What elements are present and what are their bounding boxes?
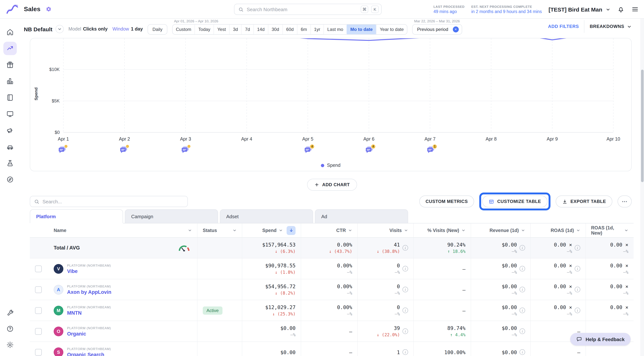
- info-icon[interactable]: i: [402, 287, 408, 292]
- range-7d[interactable]: 7d: [241, 24, 254, 34]
- sidebar-item-gear[interactable]: [3, 338, 16, 352]
- add-chart-button[interactable]: ADD CHART: [307, 179, 357, 191]
- sidebar-item-monitor[interactable]: [3, 107, 16, 121]
- info-icon[interactable]: i: [520, 266, 525, 272]
- info-icon[interactable]: i: [575, 245, 580, 251]
- column-header-ctr[interactable]: CTR: [301, 223, 358, 237]
- platform-link[interactable]: Vibe: [67, 268, 111, 274]
- row-checkbox[interactable]: [35, 286, 42, 293]
- breakdowns-button[interactable]: BREAKDOWNS: [590, 24, 632, 29]
- sidebar-item-home[interactable]: [3, 25, 16, 39]
- customize-table-button[interactable]: CUSTOMIZE TABLE: [482, 196, 547, 207]
- row-checkbox[interactable]: [35, 328, 42, 335]
- info-icon[interactable]: i: [520, 349, 525, 355]
- platform-link[interactable]: Organic Search: [67, 352, 111, 356]
- platform-link[interactable]: Organic: [67, 331, 111, 337]
- chart-annotation-apr-6[interactable]: 4: [365, 146, 374, 153]
- row-checkbox[interactable]: [35, 265, 42, 272]
- sort-desc-button[interactable]: [286, 226, 296, 235]
- workspace-selector[interactable]: [TEST] Bird Eat Man: [548, 6, 610, 12]
- flower-icon[interactable]: [46, 6, 52, 12]
- info-icon[interactable]: i: [520, 245, 525, 251]
- chart-annotation-apr-7[interactable]: 1: [427, 146, 435, 153]
- info-icon[interactable]: i: [402, 266, 408, 272]
- info-icon[interactable]: i: [575, 308, 580, 313]
- help-feedback-button[interactable]: Help & Feedback: [570, 333, 630, 346]
- table-search-input[interactable]: Search...: [30, 196, 188, 207]
- info-icon[interactable]: i: [575, 287, 580, 292]
- sidebar-item-chart[interactable]: [3, 42, 16, 55]
- column-header-spend[interactable]: Spend: [242, 223, 301, 237]
- info-icon[interactable]: i: [575, 266, 580, 272]
- row-checkbox[interactable]: [35, 307, 42, 314]
- tab-campaign[interactable]: Campaign: [125, 209, 218, 223]
- info-icon[interactable]: i: [402, 308, 408, 313]
- sidebar-item-book[interactable]: [3, 91, 16, 104]
- sidebar-item-tools[interactable]: [3, 306, 16, 320]
- notifications-bell-icon[interactable]: [617, 5, 624, 13]
- platform-link[interactable]: MNTN: [67, 310, 111, 316]
- chart-annotation-apr-1[interactable]: [58, 146, 66, 153]
- range-6m[interactable]: 6m: [297, 24, 310, 34]
- info-icon[interactable]: i: [520, 308, 525, 313]
- info-icon[interactable]: i: [520, 287, 525, 292]
- scrollbar-thumb[interactable]: [641, 70, 644, 182]
- help-icon: [6, 325, 14, 333]
- sidebar-item-gift[interactable]: [3, 58, 16, 71]
- add-filters-button[interactable]: ADD FILTERS: [548, 24, 579, 29]
- sidebar-item-flask[interactable]: [3, 156, 16, 170]
- platform-link[interactable]: Axon by AppLovin: [67, 289, 112, 295]
- cell-roasn: 0.00 ×–%: [586, 238, 634, 258]
- clear-compare-icon[interactable]: ×: [453, 26, 458, 32]
- range-3d[interactable]: 3d: [229, 24, 241, 34]
- info-icon[interactable]: i: [402, 245, 408, 251]
- more-options-button[interactable]: ⋯: [618, 196, 632, 207]
- column-header-name[interactable]: Name: [48, 223, 198, 237]
- info-icon[interactable]: i: [520, 329, 525, 334]
- range-custom[interactable]: Custom: [172, 24, 195, 34]
- change-value: –%: [347, 270, 352, 275]
- column-header-roasn[interactable]: ROAS (1d, New): [586, 223, 634, 237]
- range-today[interactable]: Today: [194, 24, 214, 34]
- row-checkbox[interactable]: [35, 349, 42, 356]
- hamburger-menu-icon[interactable]: [631, 5, 639, 13]
- range-60d[interactable]: 60d: [282, 24, 297, 34]
- export-table-button[interactable]: EXPORT TABLE: [556, 196, 612, 207]
- chart-legend[interactable]: Spend: [30, 163, 631, 168]
- column-header-pvn[interactable]: % Visits (New): [414, 223, 471, 237]
- column-header-visits[interactable]: Visits: [358, 223, 414, 237]
- window-setting[interactable]: Window 1 day: [112, 26, 143, 35]
- chevron-down-icon[interactable]: [55, 25, 64, 33]
- tab-platform[interactable]: Platform: [30, 209, 123, 223]
- compare-select[interactable]: Previous period ×: [412, 24, 462, 35]
- chart-annotation-apr-3[interactable]: [181, 146, 189, 153]
- column-header-rev[interactable]: Revenue (1d): [471, 223, 531, 237]
- range-mo-to-date[interactable]: Mo to date: [346, 24, 376, 34]
- range-14d[interactable]: 14d: [254, 24, 268, 34]
- tab-adset[interactable]: Adset: [220, 209, 313, 223]
- column-header-status[interactable]: Status: [198, 223, 242, 237]
- range-last-mo[interactable]: Last mo: [324, 24, 346, 34]
- column-header-roas[interactable]: ROAS (1d): [531, 223, 586, 237]
- sidebar-item-help[interactable]: [3, 322, 16, 336]
- info-icon[interactable]: i: [402, 349, 408, 355]
- sidebar-item-megaphone[interactable]: [3, 124, 16, 137]
- range-30d[interactable]: 30d: [268, 24, 282, 34]
- view-selector[interactable]: NB Default: [24, 25, 64, 35]
- range-year-to-date[interactable]: Year to date: [376, 24, 407, 34]
- tab-ad[interactable]: Ad: [315, 209, 408, 223]
- model-setting[interactable]: Model Clicks only: [68, 26, 108, 35]
- column-label: Spend: [262, 228, 276, 233]
- info-icon[interactable]: i: [402, 329, 408, 334]
- northbeam-logo[interactable]: [6, 4, 19, 14]
- chart-annotation-apr-2[interactable]: [120, 146, 128, 153]
- chart-annotation-apr-5[interactable]: 4: [304, 146, 312, 153]
- custom-metrics-button[interactable]: CUSTOM METRICS: [419, 196, 474, 207]
- range-yest[interactable]: Yest: [214, 24, 229, 34]
- range-1yr[interactable]: 1yr: [310, 24, 324, 34]
- sidebar-item-car[interactable]: [3, 140, 16, 153]
- global-search-input[interactable]: Search Northbeam ⌘ K: [234, 4, 382, 15]
- granularity-button[interactable]: Daily: [148, 24, 167, 35]
- sidebar-item-bar-chart[interactable]: [3, 74, 16, 88]
- sidebar-item-compass[interactable]: [3, 173, 16, 186]
